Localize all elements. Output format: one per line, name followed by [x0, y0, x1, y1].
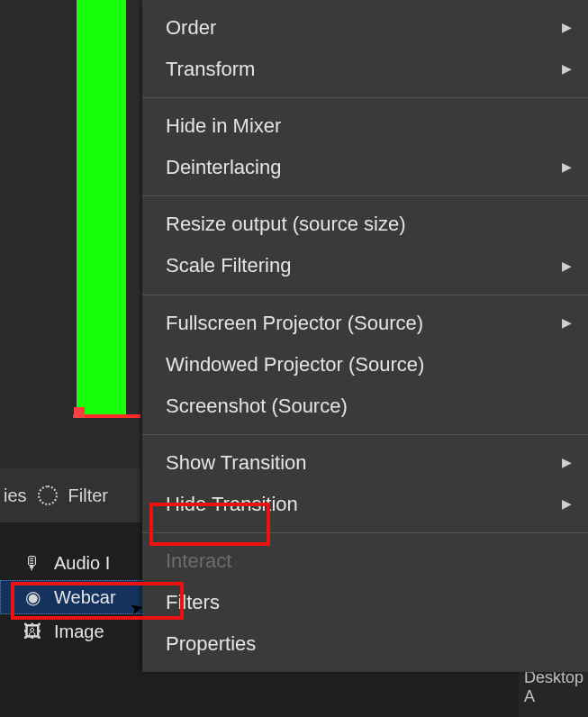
menu-properties[interactable]: Properties	[142, 623, 588, 665]
menu-resize-output[interactable]: Resize output (source size)	[142, 204, 588, 245]
menu-hide-in-mixer[interactable]: Hide in Mixer	[142, 105, 588, 147]
menu-separator	[142, 97, 588, 98]
menu-show-transition[interactable]: Show Transition▶	[142, 442, 588, 484]
selected-source-outline[interactable]	[77, 0, 126, 414]
chevron-right-icon: ▶	[562, 158, 572, 177]
preview-area	[0, 0, 140, 450]
audio-channel-label: Desktop A	[524, 668, 588, 706]
menu-windowed-projector[interactable]: Windowed Projector (Source)	[142, 344, 588, 386]
image-icon: 🖼	[20, 622, 45, 642]
source-label: Image	[54, 622, 104, 642]
source-context-menu: Order▶ Transform▶ Hide in Mixer Deinterl…	[142, 0, 588, 672]
menu-separator	[142, 295, 588, 295]
chevron-right-icon: ▶	[562, 59, 572, 79]
source-label: Webcar	[54, 587, 116, 608]
menu-fullscreen-projector[interactable]: Fullscreen Projector (Source)▶	[142, 303, 588, 344]
menu-separator	[142, 434, 588, 435]
chevron-right-icon: ▶	[562, 495, 572, 514]
menu-deinterlacing[interactable]: Deinterlacing▶	[142, 147, 588, 188]
menu-interact: Interact	[142, 540, 588, 582]
source-label: Audio I	[54, 553, 110, 574]
dock-tab-filter[interactable]: Filter	[68, 486, 108, 506]
menu-order[interactable]: Order▶	[142, 7, 588, 49]
filter-icon	[38, 486, 58, 505]
resize-handle[interactable]	[74, 407, 85, 418]
menu-filters[interactable]: Filters	[142, 582, 588, 623]
chevron-right-icon: ▶	[562, 313, 572, 333]
menu-screenshot-source[interactable]: Screenshot (Source)	[142, 386, 588, 427]
menu-transform[interactable]: Transform▶	[142, 49, 588, 90]
menu-separator	[142, 195, 588, 196]
dock-tabs: ies Filter	[0, 468, 140, 522]
menu-scale-filtering[interactable]: Scale Filtering▶	[142, 245, 588, 286]
chevron-right-icon: ▶	[562, 18, 572, 38]
menu-separator	[142, 532, 588, 533]
mic-icon: 🎙	[20, 553, 45, 574]
chevron-right-icon: ▶	[562, 453, 572, 473]
menu-hide-transition[interactable]: Hide Transition▶	[142, 484, 588, 525]
dock-tab-properties-partial[interactable]: ies	[4, 486, 27, 506]
chevron-right-icon: ▶	[562, 257, 572, 277]
camera-icon: ◉	[20, 586, 45, 608]
